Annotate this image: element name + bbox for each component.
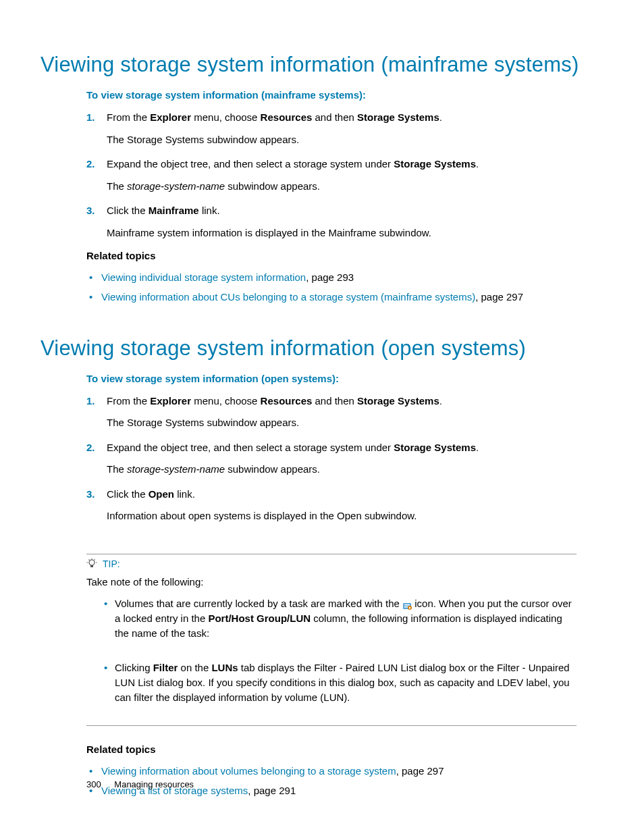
svg-rect-8	[404, 604, 410, 606]
tip-bullet-1: Volumes that are currently locked by a t…	[101, 596, 576, 640]
link-volumes-storage-system[interactable]: Viewing information about volumes belong…	[101, 765, 396, 777]
list-item: Viewing information about volumes belong…	[86, 763, 576, 779]
lightbulb-icon	[86, 558, 97, 569]
procedure-steps-mainframe: From the Explorer menu, choose Resources…	[86, 110, 576, 240]
procedure-title-mainframe: To view storage system information (main…	[86, 89, 576, 101]
step-2: Expand the object tree, and then select …	[86, 440, 576, 477]
svg-line-4	[89, 559, 90, 560]
related-topics-heading-2: Related topics	[86, 744, 576, 755]
list-item: Viewing individual storage system inform…	[86, 269, 576, 285]
step-3: Click the Open link. Information about o…	[86, 487, 576, 524]
tip-label: TIP:	[103, 558, 120, 569]
svg-rect-6	[90, 565, 93, 567]
svg-rect-11	[409, 607, 410, 609]
procedure-title-open: To view storage system information (open…	[86, 373, 576, 384]
step-1: From the Explorer menu, choose Resources…	[86, 394, 576, 431]
related-topics-list: Viewing individual storage system inform…	[86, 269, 576, 305]
link-cu-info-mainframe[interactable]: Viewing information about CUs belonging …	[101, 291, 475, 303]
chapter-title: Managing resources	[114, 779, 194, 789]
page-footer: 300 Managing resources	[86, 779, 194, 789]
page-number: 300	[86, 779, 101, 789]
svg-line-5	[95, 559, 95, 560]
svg-point-0	[89, 560, 95, 565]
section-heading-mainframe: Viewing storage system information (main…	[41, 53, 603, 77]
locked-volume-icon	[402, 600, 412, 609]
step-3: Click the Mainframe link. Mainframe syst…	[86, 203, 576, 240]
step-2: Expand the object tree, and then select …	[86, 157, 576, 194]
procedure-steps-open: From the Explorer menu, choose Resources…	[86, 394, 576, 524]
step-1: From the Explorer menu, choose Resources…	[86, 110, 576, 147]
tip-block: TIP: Take note of the following: Volumes…	[86, 554, 576, 799]
list-item: Viewing information about CUs belonging …	[86, 289, 576, 305]
related-topics-heading: Related topics	[86, 250, 576, 261]
tip-bullet-2: Clicking Filter on the LUNs tab displays…	[101, 660, 576, 704]
tip-intro: Take note of the following:	[86, 575, 576, 590]
section-heading-open: Viewing storage system information (open…	[41, 336, 603, 361]
link-individual-storage-info[interactable]: Viewing individual storage system inform…	[101, 271, 306, 283]
